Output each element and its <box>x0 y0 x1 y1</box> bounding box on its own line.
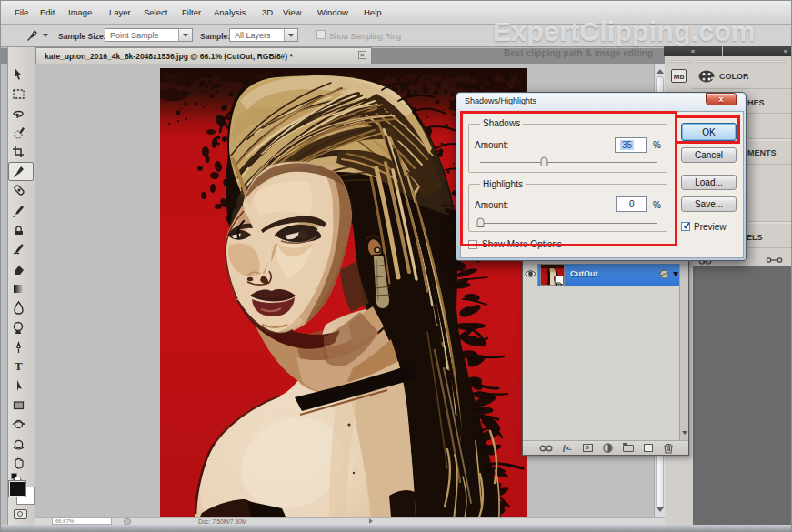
svg-text:T: T <box>15 359 23 373</box>
